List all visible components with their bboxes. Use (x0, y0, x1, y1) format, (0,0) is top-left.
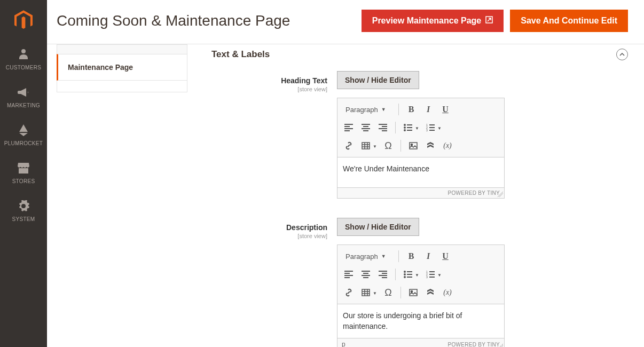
svg-rect-18 (407, 271, 412, 272)
format-select-label: Paragraph (345, 253, 378, 261)
align-right-button[interactable] (375, 120, 391, 136)
separator (398, 250, 399, 262)
svg-rect-26 (429, 274, 435, 275)
bullet-list-button[interactable]: ▼ (400, 266, 416, 282)
svg-point-0 (21, 49, 26, 53)
stores-icon (18, 161, 29, 175)
wysiwyg-editor-heading: Paragraph ▼ B I U (337, 98, 505, 199)
magento-logo[interactable] (0, 0, 47, 40)
nav-system[interactable]: SYSTEM (0, 192, 47, 230)
main-content: Coming Soon & Maintenance Page Preview M… (47, 0, 644, 347)
resize-handle[interactable] (498, 344, 503, 347)
variable-button[interactable]: (x) (439, 138, 455, 154)
svg-rect-24 (429, 271, 435, 272)
powered-by: POWERED BY TINY (448, 342, 500, 347)
tab-maintenance-page[interactable]: Maintenance Page (57, 54, 187, 81)
widget-button[interactable] (422, 138, 438, 154)
svg-rect-28 (429, 277, 435, 278)
align-left-button[interactable] (341, 120, 357, 136)
align-left-button[interactable] (341, 266, 357, 282)
chevron-down-icon: ▼ (437, 273, 442, 278)
align-right-button[interactable] (375, 266, 391, 282)
page-title: Coming Soon & Maintenance Page (57, 12, 290, 29)
link-button[interactable] (341, 138, 357, 154)
bullet-list-button[interactable]: ▼ (400, 120, 416, 136)
chevron-down-icon: ▼ (415, 126, 419, 131)
tabs-column: Maintenance Page (57, 44, 187, 347)
svg-rect-20 (407, 274, 412, 275)
tab-stub[interactable] (57, 44, 187, 54)
field-heading-text: Heading Text [store view] Show / Hide Ed… (211, 71, 628, 199)
wysiwyg-editor-description: Paragraph ▼ B I U (337, 245, 505, 347)
collapse-toggle[interactable] (616, 49, 628, 60)
editor-statusbar: p POWERED BY TINY (337, 338, 504, 347)
numbered-list-button[interactable]: 123▼ (422, 120, 438, 136)
save-button[interactable]: Save And Continue Edit (510, 10, 628, 32)
tab-stub[interactable] (57, 81, 187, 92)
svg-rect-30 (410, 289, 417, 296)
bold-button[interactable]: B (403, 248, 419, 264)
field-scope: [store view] (211, 86, 327, 92)
svg-rect-9 (429, 124, 435, 125)
gear-icon (18, 199, 29, 213)
italic-button[interactable]: I (420, 101, 436, 117)
nav-marketing[interactable]: MARKETING (0, 78, 47, 116)
align-center-button[interactable] (358, 120, 374, 136)
bold-button[interactable]: B (403, 101, 419, 117)
preview-button[interactable]: Preview Maintenance Page (362, 10, 504, 32)
image-button[interactable] (405, 138, 421, 154)
underline-button[interactable]: U (437, 101, 453, 117)
svg-rect-5 (407, 127, 412, 128)
numbered-list-button[interactable]: 123▼ (422, 266, 438, 282)
variable-button[interactable]: (x) (439, 285, 455, 301)
element-path[interactable]: p (342, 341, 448, 347)
underline-button[interactable]: U (437, 248, 453, 264)
separator (398, 104, 399, 115)
svg-rect-13 (429, 130, 435, 131)
svg-point-4 (404, 127, 406, 129)
svg-point-17 (404, 271, 406, 273)
resize-handle[interactable] (498, 192, 503, 197)
widget-button[interactable] (422, 285, 438, 301)
chevron-down-icon: ▼ (373, 291, 377, 296)
svg-text:3: 3 (426, 129, 428, 131)
link-button[interactable] (341, 285, 357, 301)
svg-rect-22 (407, 277, 412, 278)
format-select[interactable]: Paragraph ▼ (341, 250, 394, 263)
format-select[interactable]: Paragraph ▼ (341, 103, 394, 116)
editor-statusbar: POWERED BY TINY (337, 187, 504, 198)
editor-content[interactable]: Our store is undergoing a brief bit of m… (337, 304, 504, 338)
image-button[interactable] (405, 285, 421, 301)
editor-content[interactable]: We're Under Maintenance (337, 157, 504, 187)
toggle-editor-button[interactable]: Show / Hide Editor (337, 218, 419, 236)
external-link-icon (485, 16, 493, 26)
svg-rect-29 (362, 289, 370, 296)
field-scope: [store view] (211, 233, 327, 239)
megaphone-icon (18, 85, 29, 99)
table-button[interactable]: ▼ (358, 285, 374, 301)
italic-button[interactable]: I (420, 248, 436, 264)
chevron-down-icon: ▼ (381, 254, 386, 259)
nav-label: SYSTEM (12, 216, 35, 222)
chevron-down-icon: ▼ (373, 144, 377, 149)
nav-customers[interactable]: CUSTOMERS (0, 40, 47, 78)
special-char-button[interactable]: Ω (380, 285, 396, 301)
customers-icon (19, 48, 28, 61)
field-label: Description (286, 223, 327, 232)
nav-plumrocket[interactable]: PLUMROCKET (0, 116, 47, 154)
chevron-down-icon: ▼ (437, 126, 442, 131)
format-select-label: Paragraph (345, 106, 378, 114)
svg-rect-15 (410, 143, 417, 149)
powered-by: POWERED BY TINY (448, 190, 500, 196)
align-center-button[interactable] (358, 266, 374, 282)
nav-stores[interactable]: STORES (0, 154, 47, 192)
editor-toolbar: Paragraph ▼ B I U (337, 98, 504, 157)
chevron-down-icon: ▼ (415, 273, 419, 278)
toggle-editor-button[interactable]: Show / Hide Editor (337, 71, 419, 89)
table-button[interactable]: ▼ (358, 138, 374, 154)
nav-label: PLUMROCKET (4, 140, 43, 146)
special-char-button[interactable]: Ω (380, 138, 396, 154)
separator (395, 269, 396, 280)
admin-sidebar: CUSTOMERS MARKETING PLUMROCKET STORES SY… (0, 0, 47, 347)
nav-label: STORES (12, 178, 35, 184)
